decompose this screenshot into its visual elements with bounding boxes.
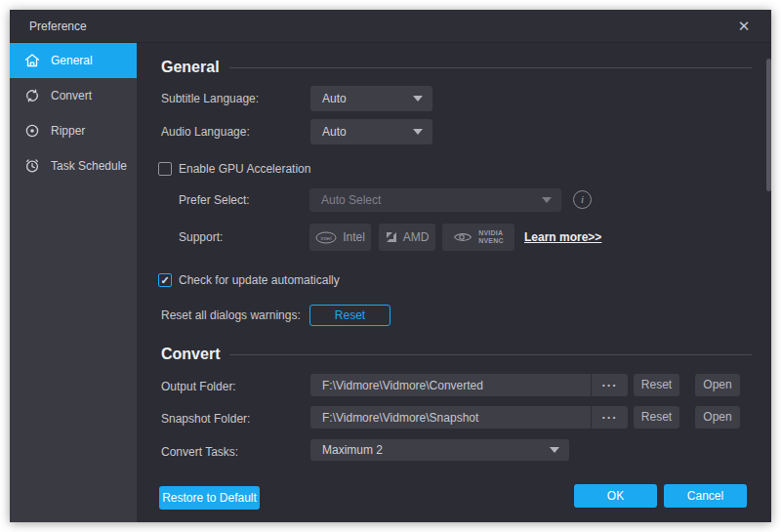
- prefer-select-value: Auto Select: [321, 193, 381, 207]
- snapshot-folder-value: F:\Vidmore\Vidmore\Snapshot: [322, 411, 478, 425]
- restore-default-button[interactable]: Restore to Default: [159, 486, 260, 510]
- convert-tasks-dropdown[interactable]: Maximum 2: [310, 439, 569, 461]
- ok-button[interactable]: OK: [574, 484, 657, 508]
- sidebar-item-label: Task Schedule: [51, 148, 127, 184]
- intel-logo-icon: intel: [315, 231, 337, 244]
- output-folder-value: F:\Vidmore\Vidmore\Converted: [322, 379, 483, 392]
- snapshot-folder-open-button[interactable]: Open: [695, 406, 740, 429]
- snapshot-folder-reset-button[interactable]: Reset: [634, 406, 679, 429]
- home-icon: [23, 52, 41, 69]
- title-bar: Preference ✕: [10, 10, 771, 43]
- sidebar: General Convert Ripper: [10, 43, 137, 522]
- convert-tasks-value: Maximum 2: [322, 443, 383, 457]
- chip-label: NVIDIA NVENC: [478, 229, 504, 245]
- sidebar-item-label: General: [51, 43, 93, 78]
- browse-ellipsis-button[interactable]: ···: [591, 406, 628, 429]
- snapshot-folder-label: Snapshot Folder:: [161, 412, 250, 426]
- chevron-down-icon: [413, 96, 423, 102]
- nvidia-logo-icon: [453, 231, 473, 243]
- support-chip-amd: AMD: [379, 224, 435, 251]
- close-icon[interactable]: ✕: [730, 10, 758, 43]
- record-disc-icon: [23, 122, 41, 140]
- chevron-down-icon: [413, 129, 423, 135]
- gpu-acceleration-checkbox[interactable]: [158, 162, 172, 176]
- chip-label: AMD: [403, 230, 430, 244]
- audio-language-dropdown[interactable]: Auto: [310, 119, 432, 144]
- sidebar-item-convert[interactable]: Convert: [10, 78, 137, 113]
- update-check-label: Check for update automatically: [179, 273, 340, 287]
- audio-language-value: Auto: [322, 125, 347, 139]
- section-divider: [229, 67, 752, 68]
- section-divider: [229, 354, 752, 355]
- svg-text:intel: intel: [321, 234, 332, 240]
- cancel-button[interactable]: Cancel: [664, 484, 747, 508]
- chevron-down-icon: [550, 447, 559, 453]
- sidebar-item-label: Ripper: [51, 113, 85, 148]
- chip-label: Intel: [343, 230, 365, 244]
- prefer-select-label: Prefer Select:: [179, 193, 250, 207]
- audio-language-label: Audio Language:: [161, 125, 250, 139]
- info-icon[interactable]: i: [573, 190, 592, 209]
- settings-panel: General Subtitle Language: Auto Audio La…: [137, 43, 771, 522]
- subtitle-language-dropdown[interactable]: Auto: [310, 86, 432, 111]
- general-section-title: General: [161, 57, 220, 78]
- support-chip-nvidia-nvenc: NVIDIA NVENC: [442, 224, 514, 251]
- alarm-clock-icon: [23, 157, 41, 175]
- subtitle-language-label: Subtitle Language:: [161, 92, 259, 105]
- output-folder-open-button[interactable]: Open: [695, 374, 740, 396]
- prefer-select-dropdown[interactable]: Auto Select: [309, 188, 561, 212]
- snapshot-folder-field[interactable]: F:\Vidmore\Vidmore\Snapshot ···: [310, 406, 628, 429]
- support-label: Support:: [179, 230, 223, 244]
- output-folder-field[interactable]: F:\Vidmore\Vidmore\Converted ···: [310, 374, 628, 396]
- sync-arrows-icon: [23, 87, 41, 104]
- update-check-checkbox[interactable]: ✓: [158, 273, 172, 287]
- subtitle-language-value: Auto: [322, 92, 347, 105]
- sidebar-item-general[interactable]: General: [10, 43, 137, 78]
- chevron-down-icon: [542, 197, 552, 203]
- sidebar-item-label: Convert: [51, 78, 92, 113]
- learn-more-link[interactable]: Learn more>>: [524, 230, 601, 244]
- vertical-scrollbar[interactable]: [766, 59, 771, 191]
- reset-warnings-button[interactable]: Reset: [309, 305, 390, 326]
- support-chip-intel: intel Intel: [309, 224, 371, 251]
- output-folder-reset-button[interactable]: Reset: [634, 374, 679, 396]
- output-folder-label: Output Folder:: [161, 380, 236, 393]
- window-title: Preference: [29, 10, 87, 43]
- amd-logo-icon: [386, 231, 397, 243]
- preference-dialog: Preference ✕ General Convert: [10, 10, 771, 522]
- sidebar-item-task-schedule[interactable]: Task Schedule: [10, 148, 137, 184]
- sidebar-item-ripper[interactable]: Ripper: [10, 113, 137, 148]
- reset-warnings-label: Reset all dialogs warnings:: [161, 308, 301, 322]
- browse-ellipsis-button[interactable]: ···: [591, 374, 628, 396]
- gpu-acceleration-label: Enable GPU Acceleration: [179, 162, 310, 176]
- convert-tasks-label: Convert Tasks:: [161, 445, 238, 459]
- convert-section-title: Convert: [161, 344, 220, 365]
